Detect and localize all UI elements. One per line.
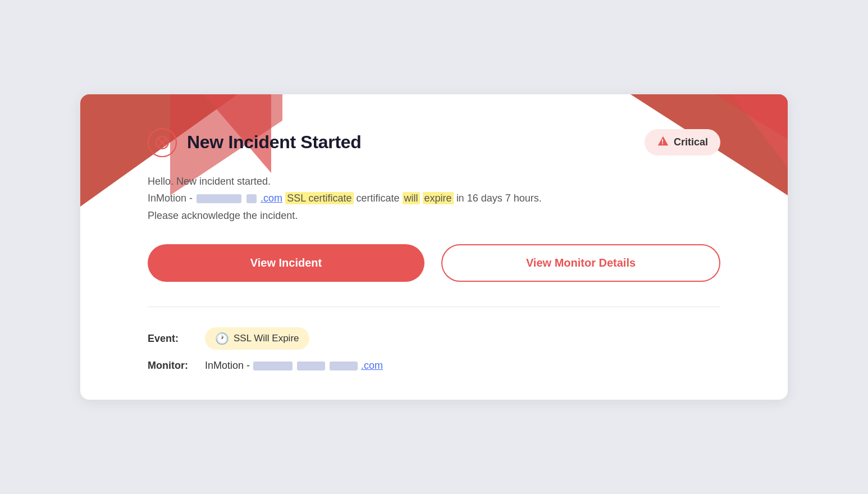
monitor-redacted-2 <box>297 362 325 370</box>
monitor-redacted-1 <box>253 362 293 370</box>
event-row: Event: 🕐 SSL Will Expire <box>148 327 720 350</box>
incident-title: New Incident Started <box>187 132 362 153</box>
x-circle-icon <box>155 135 170 150</box>
body-prefix: InMotion - <box>148 193 193 204</box>
warning-triangle-icon: ! <box>657 135 669 150</box>
header-row: New Incident Started ! Critical <box>148 128 720 157</box>
body-text: Hello. New incident started. InMotion - … <box>148 173 720 225</box>
domain-link[interactable]: .com <box>261 193 282 204</box>
ssl-highlight: SSL certificate <box>285 192 353 204</box>
clock-icon: 🕐 <box>215 332 229 345</box>
redacted-domain-1 <box>197 194 241 203</box>
x-icon-circle <box>148 128 177 157</box>
monitor-row: Monitor: InMotion - .com <box>148 360 720 372</box>
button-row: View Incident View Monitor Details <box>148 244 720 282</box>
event-badge: 🕐 SSL Will Expire <box>205 327 309 350</box>
monitor-text: InMotion - .com <box>205 360 383 372</box>
body-line2: InMotion - .com SSL certificate certific… <box>148 190 720 207</box>
notification-card: New Incident Started ! Critical Hello. N… <box>80 94 788 400</box>
svg-text:!: ! <box>661 139 664 147</box>
event-label: Event: <box>148 333 198 345</box>
body-suffix: in 16 days 7 hours. <box>456 193 542 204</box>
monitor-label: Monitor: <box>148 360 198 372</box>
redacted-domain-2 <box>246 194 257 203</box>
view-monitor-details-button[interactable]: View Monitor Details <box>441 244 720 282</box>
will-highlight: will <box>403 192 420 204</box>
card-body: New Incident Started ! Critical Hello. N… <box>80 94 788 400</box>
details-section: Event: 🕐 SSL Will Expire Monitor: InMoti… <box>148 327 720 372</box>
expire-highlight: expire <box>423 192 454 204</box>
title-group: New Incident Started <box>148 128 362 157</box>
divider <box>148 307 720 307</box>
view-incident-button[interactable]: View Incident <box>148 244 424 282</box>
event-value: SSL Will Expire <box>234 333 299 344</box>
body-line1: Hello. New incident started. <box>148 173 720 190</box>
body-line3: Please acknowledge the incident. <box>148 207 720 225</box>
critical-label: Critical <box>674 136 708 148</box>
monitor-prefix: InMotion - <box>205 360 250 372</box>
monitor-domain-link[interactable]: .com <box>361 360 383 372</box>
monitor-redacted-3 <box>330 362 358 370</box>
critical-badge: ! Critical <box>645 129 720 155</box>
